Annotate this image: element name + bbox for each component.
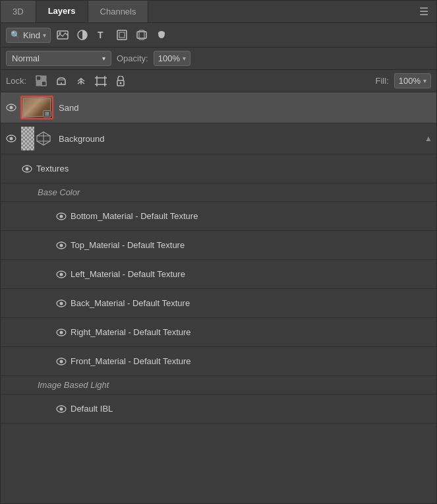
- filter-fill-icon[interactable]: [154, 27, 169, 43]
- layer-item-default-ibl[interactable]: Default IBL: [1, 394, 436, 424]
- 3d-cube-icon: [34, 127, 53, 150]
- filter-kind-label: Kind: [23, 30, 40, 40]
- filter-adjustment-icon[interactable]: [74, 27, 90, 43]
- filter-shape-icon[interactable]: [114, 27, 130, 43]
- lock-all-icon[interactable]: [113, 74, 128, 88]
- svg-rect-9: [36, 76, 41, 80]
- svg-point-37: [60, 272, 63, 276]
- filter-kind-dropdown[interactable]: 🔍 Kind ▾: [6, 28, 51, 43]
- visibility-icon-background[interactable]: [5, 132, 18, 145]
- visibility-icon-back-mat[interactable]: [55, 297, 68, 310]
- layer-name-front-mat: Front_Material - Default Texture: [71, 356, 432, 366]
- layer-item-image-based-light: Image Based Light: [1, 376, 436, 394]
- opacity-value-text: 100%: [158, 53, 180, 63]
- layer-item-right-mat[interactable]: Right_Material - Default Texture: [1, 318, 436, 347]
- layer-name-sand: Sand: [59, 103, 432, 113]
- fill-label: Fill:: [376, 76, 389, 86]
- scroll-up-icon: ▲: [424, 134, 432, 143]
- layer-name-image-based-light: Image Based Light: [38, 380, 432, 390]
- tab-channels[interactable]: Channels: [88, 1, 149, 22]
- filter-image-icon[interactable]: [55, 27, 71, 43]
- visibility-icon-default-ibl[interactable]: [55, 402, 68, 416]
- fill-dropdown[interactable]: 100% ▾: [394, 73, 431, 88]
- filter-kind-arrow: ▾: [43, 32, 46, 39]
- svg-point-41: [60, 331, 63, 334]
- svg-point-27: [10, 106, 13, 110]
- svg-point-1: [59, 32, 61, 34]
- layer-name-left-mat: Left_Material - Default Texture: [71, 269, 432, 279]
- tab-bar: 3D Layers Channels ☰: [1, 1, 436, 23]
- layer-thumbnail-sand: ⊞: [20, 96, 53, 119]
- fill-value-text: 100%: [399, 76, 421, 86]
- visibility-icon-left-mat[interactable]: [55, 268, 68, 281]
- svg-rect-12: [42, 81, 46, 86]
- layer-name-top-mat: Top_Material - Default Texture: [71, 240, 432, 250]
- layers-panel: 3D Layers Channels ☰ 🔍 Kind ▾: [0, 0, 437, 504]
- lock-artboard-icon[interactable]: [94, 74, 108, 88]
- visibility-icon-top-mat[interactable]: [55, 239, 68, 252]
- svg-point-25: [120, 82, 122, 84]
- visibility-icon-textures[interactable]: [20, 162, 34, 175]
- visibility-icon-right-mat[interactable]: [55, 326, 68, 339]
- blend-mode-dropdown[interactable]: Normal ▾: [6, 51, 111, 66]
- lock-position-icon[interactable]: [74, 74, 88, 88]
- layer-name-right-mat: Right_Material - Default Texture: [71, 327, 432, 337]
- tab-layers[interactable]: Layers: [36, 1, 88, 22]
- svg-text:T: T: [98, 30, 103, 40]
- svg-rect-6: [137, 32, 146, 38]
- layer-item-bottom-mat[interactable]: Bottom_Material - Default Texture: [1, 202, 436, 231]
- lock-transparency-icon[interactable]: [34, 74, 49, 88]
- layer-item-back-mat[interactable]: Back_Material - Default Texture: [1, 289, 436, 318]
- layer-item-top-mat[interactable]: Top_Material - Default Texture: [1, 231, 436, 260]
- layer-name-background: Background: [59, 134, 424, 144]
- svg-point-31: [26, 167, 29, 170]
- svg-point-45: [60, 407, 63, 410]
- svg-point-39: [60, 301, 63, 305]
- filter-type-icon[interactable]: T: [94, 27, 110, 43]
- svg-rect-15: [97, 78, 105, 84]
- search-icon: 🔍: [11, 30, 20, 40]
- svg-rect-10: [42, 76, 46, 80]
- opacity-dropdown[interactable]: 100% ▾: [154, 51, 190, 66]
- opacity-label: Opacity:: [117, 53, 148, 63]
- blend-mode-label: Normal: [12, 53, 40, 63]
- layer-name-back-mat: Back_Material - Default Texture: [71, 298, 432, 308]
- layer-item-front-mat[interactable]: Front_Material - Default Texture: [1, 347, 436, 376]
- layer-name-base-color: Base Color: [38, 187, 432, 197]
- layer-thumbnail-background: [20, 127, 53, 150]
- svg-point-33: [60, 214, 63, 218]
- filter-toolbar: 🔍 Kind ▾ T: [1, 23, 436, 47]
- blend-opacity-row: Normal ▾ Opacity: 100% ▾: [1, 47, 436, 70]
- lock-image-icon[interactable]: [54, 74, 69, 88]
- layer-name-bottom-mat: Bottom_Material - Default Texture: [71, 211, 432, 221]
- tab-3d[interactable]: 3D: [1, 1, 36, 22]
- svg-point-43: [60, 360, 63, 363]
- lock-row: Lock:: [1, 70, 436, 92]
- panel-menu-icon[interactable]: ☰: [411, 5, 436, 18]
- layer-item-textures[interactable]: Textures: [1, 154, 436, 183]
- layer-name-default-ibl: Default IBL: [71, 404, 432, 414]
- layer-item-sand[interactable]: ⊞ Sand: [1, 92, 436, 123]
- layer-item-left-mat[interactable]: Left_Material - Default Texture: [1, 260, 436, 289]
- visibility-icon-front-mat[interactable]: [55, 355, 68, 368]
- svg-point-35: [60, 243, 63, 247]
- visibility-icon-bottom-mat[interactable]: [55, 210, 68, 223]
- svg-point-29: [10, 137, 13, 141]
- fill-arrow: ▾: [423, 77, 426, 84]
- layers-list: ⊞ Sand: [1, 92, 436, 503]
- svg-rect-11: [36, 81, 41, 86]
- visibility-icon-sand[interactable]: [5, 101, 18, 114]
- svg-rect-5: [119, 32, 125, 38]
- filter-smart-icon[interactable]: [134, 27, 150, 43]
- layer-item-background[interactable]: Background ▲: [1, 123, 436, 154]
- layer-item-base-color: Base Color: [1, 183, 436, 202]
- blend-mode-arrow: ▾: [102, 55, 105, 62]
- lock-label: Lock:: [6, 76, 26, 86]
- opacity-arrow: ▾: [183, 55, 186, 62]
- svg-rect-4: [117, 30, 127, 40]
- layer-name-textures: Textures: [36, 164, 432, 173]
